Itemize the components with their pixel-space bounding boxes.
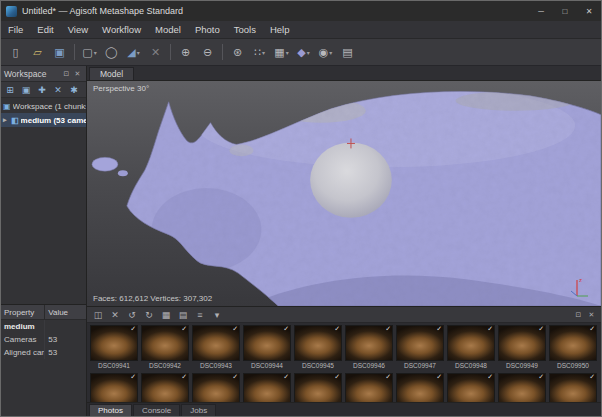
menu-model[interactable]: Model: [148, 21, 188, 38]
photo-thumbnail-image[interactable]: ✓: [549, 325, 597, 361]
menu-file[interactable]: File: [1, 21, 30, 38]
close-panel-icon[interactable]: ✕: [586, 311, 597, 319]
thumbnail-label: DSC09942: [149, 362, 181, 369]
thumbnail-partial[interactable]: ✓: [497, 373, 547, 402]
remove-photo-icon[interactable]: ✕: [108, 308, 122, 321]
expand-arrow-icon[interactable]: ▸: [3, 116, 9, 124]
photo-thumbnail-image[interactable]: ✓: [90, 325, 138, 361]
thumbnail-partial[interactable]: ✓: [395, 373, 445, 402]
workspace-panel-header: Workspace ⊡ ✕: [1, 66, 86, 82]
check-icon: ✓: [130, 373, 136, 381]
settings-icon[interactable]: ✱: [67, 83, 81, 96]
thumbnail-partial[interactable]: ✓: [140, 373, 190, 402]
photo-thumbnail-image[interactable]: ✓: [243, 325, 291, 361]
thumbnail[interactable]: ✓ DSC09948: [446, 325, 496, 369]
thumbnail-partial[interactable]: ✓: [344, 373, 394, 402]
close-panel-icon[interactable]: ✕: [72, 70, 83, 78]
thumbnail-partial[interactable]: ✓: [293, 373, 343, 402]
thumbnail[interactable]: ✓ DSC09943: [191, 325, 241, 369]
check-icon: ✓: [181, 373, 187, 381]
rotate-right-icon[interactable]: ↻: [142, 308, 156, 321]
point-cloud-button[interactable]: ∷▾: [249, 42, 270, 63]
minimize-button[interactable]: ─: [529, 1, 553, 21]
thumbnail[interactable]: ✓ DSC09941: [89, 325, 139, 369]
maximize-button[interactable]: □: [553, 1, 577, 21]
thumbnail[interactable]: ✓ DSC09942: [140, 325, 190, 369]
new-button[interactable]: ▯: [5, 42, 26, 63]
thumbnail-row: ✓ DSC09941 ✓ DSC09942 ✓ DSC09943 ✓: [89, 325, 599, 369]
thumbnail-partial[interactable]: ✓: [89, 373, 139, 402]
workspace-panel-title: Workspace: [4, 69, 46, 79]
float-panel-icon[interactable]: ⊡: [61, 70, 72, 78]
property-column-header: Property: [1, 305, 45, 319]
thumbnail[interactable]: ✓ DSC09947: [395, 325, 445, 369]
grid-view-icon[interactable]: ▦: [159, 308, 173, 321]
circle-selection-icon: ◯: [105, 46, 117, 59]
capture-button[interactable]: ▤: [337, 42, 358, 63]
thumbnail-partial[interactable]: ✓: [548, 373, 598, 402]
add-item-icon[interactable]: ✚: [35, 83, 49, 96]
circle-selection-button[interactable]: ◯: [101, 42, 122, 63]
thumbnail[interactable]: ✓ DSC09946: [344, 325, 394, 369]
thumbnail-partial[interactable]: ✓: [191, 373, 241, 402]
photo-thumbnail-image[interactable]: ✓: [141, 325, 189, 361]
photo-thumbnail-image[interactable]: ✓: [345, 325, 393, 361]
menu-edit[interactable]: Edit: [30, 21, 60, 38]
chevron-down-icon: ▾: [286, 49, 289, 56]
tab-jobs[interactable]: Jobs: [181, 404, 216, 416]
shaded-view-button[interactable]: ◆▾: [293, 42, 314, 63]
tab-photos[interactable]: Photos: [89, 404, 132, 416]
check-icon: ✓: [589, 373, 595, 381]
tab-console[interactable]: Console: [133, 404, 180, 416]
menu-tools[interactable]: Tools: [227, 21, 263, 38]
toolbar-separator: [170, 44, 171, 60]
thumbnail-partial[interactable]: ✓: [242, 373, 292, 402]
close-button[interactable]: ✕: [577, 1, 601, 21]
metashape-window: Untitled* — Agisoft Metashape Standard ─…: [0, 0, 602, 417]
mesh-view-button[interactable]: ▦▾: [271, 42, 292, 63]
model-viewport[interactable]: Perspective 30° Faces: 612,612 Vertices:…: [87, 81, 601, 306]
open-button[interactable]: ▱: [27, 42, 48, 63]
property-row: medium: [1, 320, 86, 333]
chevron-down-icon: ▾: [307, 49, 310, 56]
float-panel-icon[interactable]: ⊡: [573, 311, 584, 319]
view-menu-icon[interactable]: ▾: [210, 308, 224, 321]
save-button[interactable]: ▣: [49, 42, 70, 63]
tab-model[interactable]: Model: [89, 67, 134, 80]
photo-thumbnail-image[interactable]: ✓: [294, 325, 342, 361]
zoom-out-button[interactable]: ⊖: [197, 42, 218, 63]
open-photo-icon[interactable]: ◫: [91, 308, 105, 321]
thumbnail[interactable]: ✓ DSC09949: [497, 325, 547, 369]
thumbnail[interactable]: ✓ DSC09945: [293, 325, 343, 369]
check-icon: ✓: [487, 325, 493, 333]
photos-view-button[interactable]: ◉▾: [315, 42, 336, 63]
property-value: 53: [45, 335, 86, 344]
thumbnail[interactable]: ✓ DSC09950: [548, 325, 598, 369]
property-row: Aligned cameras 53: [1, 346, 86, 359]
left-column: Workspace ⊡ ✕ ⊞ ▣ ✚ ✕ ✱ ▣ Workspace (1 c…: [1, 66, 87, 416]
rotate-left-icon[interactable]: ↺: [125, 308, 139, 321]
add-photos-icon[interactable]: ▣: [19, 83, 33, 96]
tree-row-workspace-root[interactable]: ▣ Workspace (1 chunks, 53 cameras): [1, 99, 86, 113]
remove-item-icon[interactable]: ✕: [51, 83, 65, 96]
navigation-button[interactable]: ⊛: [227, 42, 248, 63]
photo-thumbnail-image[interactable]: ✓: [498, 325, 546, 361]
thumbnail[interactable]: ✓ DSC09944: [242, 325, 292, 369]
tree-row-chunk-medium[interactable]: ▸ ◧ medium (53 cameras, 27,85: [1, 113, 86, 127]
zoom-in-button[interactable]: ⊕: [175, 42, 196, 63]
mesh-view-icon: ▦: [274, 46, 284, 59]
add-chunk-icon[interactable]: ⊞: [3, 83, 17, 96]
details-view-icon[interactable]: ▤: [176, 308, 190, 321]
menu-workflow[interactable]: Workflow: [95, 21, 148, 38]
menu-photo[interactable]: Photo: [188, 21, 227, 38]
photo-thumbnail-image[interactable]: ✓: [396, 325, 444, 361]
rect-selection-button[interactable]: ▢▾: [79, 42, 100, 63]
menu-view[interactable]: View: [61, 21, 95, 38]
gradual-selection-button[interactable]: ◢▾: [123, 42, 144, 63]
delete-button[interactable]: ✕: [145, 42, 166, 63]
menu-help[interactable]: Help: [263, 21, 297, 38]
photo-thumbnail-image[interactable]: ✓: [447, 325, 495, 361]
photo-thumbnail-image[interactable]: ✓: [192, 325, 240, 361]
thumbnail-partial[interactable]: ✓: [446, 373, 496, 402]
list-view-icon[interactable]: ≡: [193, 308, 207, 321]
